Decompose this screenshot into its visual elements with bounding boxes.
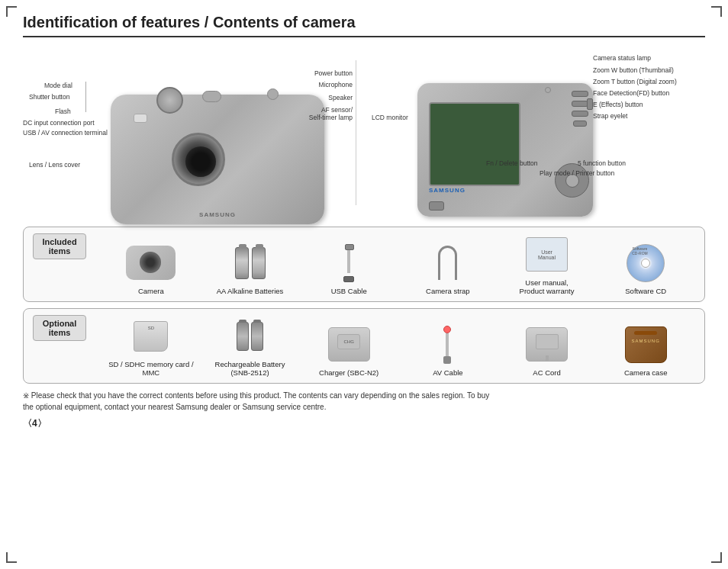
label-zoom-w: Zoom W button (Thumbnail) [593, 66, 674, 74]
camera-label: Camera [138, 287, 164, 295]
label-strap: Strap eyelet [593, 112, 627, 120]
optional-items-section: Optionalitems SD SD / SDHC memory card /… [23, 308, 705, 384]
label-af-sensor: AF sensor/ [321, 106, 353, 114]
section-divider [356, 60, 356, 205]
included-batteries: AA Alkaline Batteries [201, 242, 300, 295]
case-img: SAMSUNG [619, 323, 672, 365]
manual-label: User manual,Product warranty [520, 278, 575, 295]
label-camera-status: Camera status lamp [593, 54, 651, 62]
batteries-label: AA Alkaline Batteries [217, 287, 284, 295]
label-zoom-t: Zoom T button (Digital zoom) [593, 78, 677, 85]
rechargeable-shape [237, 322, 263, 351]
camera-shape [126, 246, 176, 280]
strap-shape [438, 246, 457, 280]
line-mode-dial [85, 82, 86, 112]
label-power: Power button [314, 69, 353, 77]
samsung-logo-back: SAMSUNG [429, 187, 465, 194]
included-manual: UserManual User manual,Product warranty [498, 233, 597, 295]
included-items-section: Includeditems Camera [23, 227, 705, 302]
optional-charger: CHG Charger (SBC-N2) [299, 323, 398, 377]
optional-case: SAMSUNG Camera case [596, 323, 695, 377]
av-shape [434, 326, 461, 364]
batteries-shape [235, 247, 266, 279]
label-shutter: Shutter button [29, 93, 69, 101]
label-dc-input: DC input connection port [23, 119, 95, 127]
case-label: Camera case [624, 368, 668, 377]
optional-sd: SD SD / SDHC memory card /MMC [101, 315, 201, 377]
included-camera: Camera [101, 242, 201, 295]
label-mode-dial: Mode dial [44, 82, 72, 89]
included-items-content: Camera AA Alkaline Batteries [101, 233, 695, 295]
samsung-logo-front: SAMSUNG [199, 211, 236, 218]
optional-ac: AC Cord [498, 323, 597, 377]
label-lens: Lens / Lens cover [29, 161, 80, 169]
manual-img: UserManual [520, 233, 574, 275]
ac-img [520, 323, 574, 365]
camera-back-image: SAMSUNG [417, 83, 593, 217]
page-title: Identification of features / Contents of… [23, 14, 705, 37]
strap-eyelet [587, 98, 593, 110]
lcd-monitor [429, 102, 520, 186]
batteries-img [224, 242, 277, 284]
optional-items-content: SD SD / SDHC memory card /MMC Rechargeab… [101, 315, 695, 377]
optional-header-text: Optionalitems [43, 319, 77, 337]
cd-label: Software CD [625, 287, 666, 295]
camera-front-image: SAMSUNG [111, 95, 324, 224]
cd-img: SoftwareCD-ROM [619, 242, 672, 284]
ac-shape [526, 327, 568, 362]
page-number: 〈4〉 [23, 417, 705, 430]
included-strap: Camera strap [398, 242, 498, 295]
corner-mark-br [711, 552, 722, 563]
label-fn: Fn / Delete button [486, 159, 538, 167]
fd-button [572, 111, 588, 117]
manual-shape: UserManual [526, 237, 568, 272]
label-microphone: Microphone [319, 81, 353, 88]
lens [172, 133, 225, 186]
label-fd: Face Detection(FD) button [593, 89, 669, 97]
zoom-w-button [572, 91, 588, 97]
camera-diagram: SAMSUNG Mode dial Shutter button Flash D… [23, 45, 705, 220]
lens-inner [185, 146, 216, 177]
usb-shape [330, 244, 368, 282]
case-shape: SAMSUNG [625, 326, 667, 363]
label-flash: Flash [55, 108, 71, 115]
corner-mark-tr [711, 6, 722, 17]
usb-label: USB Cable [331, 287, 367, 295]
note-text: ※ Please check that you have the correct… [23, 390, 705, 413]
camera-front-section: SAMSUNG Mode dial Shutter button Flash D… [23, 45, 356, 220]
label-speaker: Speaker [328, 94, 353, 101]
included-usb: USB Cable [299, 242, 398, 295]
strap-img [421, 242, 475, 284]
sd-img: SD [124, 315, 178, 357]
shutter-button [202, 91, 221, 102]
power-button [267, 88, 279, 100]
label-lcd: LCD monitor [372, 114, 408, 121]
av-img [421, 323, 475, 365]
fn-delete-button [429, 201, 444, 211]
sd-label: SD / SDHC memory card /MMC [108, 360, 193, 377]
zoom-t-button [572, 101, 588, 107]
included-header: Includeditems [33, 233, 86, 259]
dpad [555, 163, 589, 198]
rechargeable-label: Rechargeable Battery(SNB-2512) [215, 360, 285, 377]
camera-back-section: SAMSUNG LCD monitor Camera status lamp Z… [372, 45, 705, 220]
label-5func: 5 function button [578, 159, 626, 167]
page: Identification of features / Contents of… [0, 0, 728, 569]
included-header-text: Includeditems [42, 237, 76, 256]
label-usb-av: USB / AV connection terminal [23, 129, 108, 137]
flash [134, 114, 147, 123]
ac-label: AC Cord [533, 368, 560, 377]
label-play-mode: Play mode / Printer button [540, 169, 614, 177]
charger-img: CHG [322, 323, 375, 365]
corner-mark-tl [6, 6, 17, 17]
charger-shape: CHG [328, 327, 370, 362]
label-effects: E (Effects) button [593, 101, 643, 108]
charger-label: Charger (SBC-N2) [319, 368, 378, 377]
status-lamp [545, 87, 551, 93]
camera-img [124, 242, 178, 284]
strap-label: Camera strap [426, 287, 470, 295]
corner-mark-bl [6, 552, 17, 563]
usb-img [322, 242, 375, 284]
optional-header: Optionalitems [33, 315, 86, 341]
cd-shape: SoftwareCD-ROM [627, 244, 665, 282]
